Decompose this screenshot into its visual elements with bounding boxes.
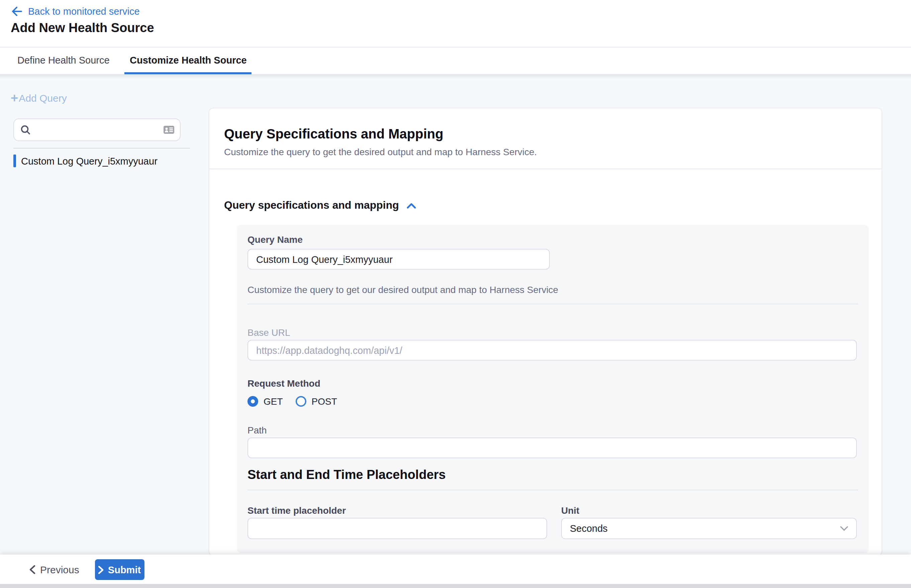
- start-time-label: Start time placeholder: [247, 505, 346, 516]
- base-url-label: Base URL: [247, 327, 290, 338]
- tab-bar: Define Health Source Customize Health So…: [0, 47, 911, 74]
- submit-button-label: Submit: [108, 564, 141, 575]
- query-search-box: [13, 118, 181, 141]
- base-url-input[interactable]: [247, 340, 857, 360]
- chevron-left-icon: [29, 565, 36, 574]
- back-link-label: Back to monitored service: [28, 6, 140, 17]
- query-form-card: Query Name Customize the query to get ou…: [237, 225, 869, 553]
- unit-label: Unit: [561, 505, 579, 516]
- unit-select-value: Seconds: [570, 523, 840, 534]
- query-name-label: Query Name: [247, 234, 303, 245]
- back-arrow-icon: [11, 7, 22, 16]
- chevron-up-icon[interactable]: [407, 202, 417, 208]
- tab-customize-health-source[interactable]: Customize Health Source: [130, 47, 247, 74]
- search-input[interactable]: [36, 124, 163, 136]
- unit-select[interactable]: Seconds: [561, 518, 857, 539]
- id-card-icon[interactable]: [163, 125, 174, 134]
- panel-header-divider: [209, 169, 882, 169]
- query-item-label: Custom Log Query_i5xmyyuaur: [21, 155, 158, 166]
- query-list-item[interactable]: Custom Log Query_i5xmyyuaur: [13, 155, 158, 167]
- page-header: Back to monitored service Add New Health…: [0, 0, 911, 47]
- query-name-input[interactable]: [247, 249, 550, 270]
- search-icon: [20, 124, 31, 135]
- form-divider-2: [247, 489, 858, 490]
- plus-icon: +: [11, 92, 18, 104]
- submit-button[interactable]: Submit: [95, 559, 144, 580]
- selected-indicator-bar: [13, 155, 16, 167]
- tab-define-health-source[interactable]: Define Health Source: [18, 47, 110, 74]
- app-window: Back to monitored service Add New Health…: [0, 0, 911, 588]
- query-name-helper: Customize the query to get our desired o…: [247, 284, 558, 295]
- query-panel-card: Query Specifications and Mapping Customi…: [209, 108, 882, 555]
- request-method-radio-group: GET POST: [247, 396, 337, 407]
- active-tab-underline: [124, 72, 252, 74]
- page-title: Add New Health Source: [11, 21, 154, 36]
- time-placeholders-heading: Start and End Time Placeholders: [247, 468, 446, 482]
- radio-get[interactable]: [247, 396, 258, 407]
- panel-subtitle: Customize the query to get the desired o…: [224, 147, 537, 157]
- section-header: Query specifications and mapping: [224, 199, 417, 212]
- add-query-label: Add Query: [19, 92, 66, 104]
- section-title: Query specifications and mapping: [224, 199, 399, 212]
- add-query-button[interactable]: + Add Query: [11, 92, 67, 104]
- chevron-right-icon: [99, 565, 104, 573]
- panel-title: Query Specifications and Mapping: [224, 126, 443, 142]
- radio-post[interactable]: [296, 396, 306, 407]
- sidebar-divider: [13, 148, 190, 149]
- start-time-input[interactable]: [247, 518, 547, 539]
- radio-post-label: POST: [312, 396, 337, 407]
- footer-bar: Previous Submit: [0, 554, 911, 588]
- previous-button[interactable]: Previous: [29, 559, 79, 580]
- chevron-down-icon: [840, 526, 848, 531]
- form-divider-1: [247, 304, 858, 304]
- radio-get-label: GET: [263, 396, 283, 407]
- previous-button-label: Previous: [40, 564, 79, 575]
- path-input[interactable]: [247, 438, 857, 458]
- back-link[interactable]: Back to monitored service: [11, 6, 140, 17]
- path-label: Path: [247, 425, 267, 436]
- request-method-label: Request Method: [247, 378, 320, 389]
